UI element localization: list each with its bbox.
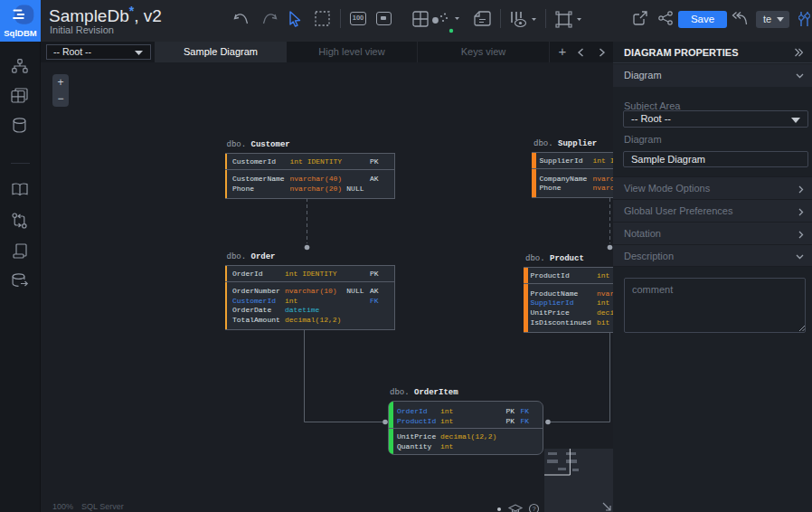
svg-text:?: ? (533, 505, 536, 512)
